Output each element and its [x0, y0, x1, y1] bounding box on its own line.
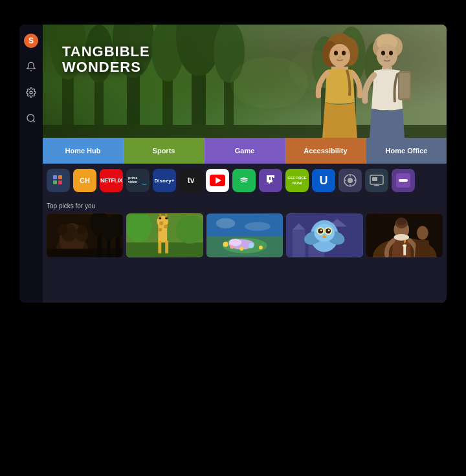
svg-point-103 [249, 243, 254, 248]
top-picks-label: Top picks for you [47, 202, 443, 210]
svg-point-0 [30, 91, 32, 94]
app-smartthings[interactable] [338, 169, 362, 192]
svg-rect-42 [399, 73, 410, 98]
svg-point-39 [386, 56, 388, 58]
apps-row: CH NETFLIX prime video Disney+ tv [43, 164, 447, 197]
svg-rect-91 [166, 241, 169, 254]
svg-point-102 [239, 247, 243, 251]
svg-line-2 [33, 120, 35, 122]
svg-rect-53 [269, 177, 271, 180]
app-netflix[interactable]: NETFLIX [100, 169, 123, 192]
svg-point-37 [381, 51, 385, 56]
hero-title: TANGBIBLE WONDERS [62, 44, 150, 75]
svg-point-38 [389, 51, 393, 56]
svg-point-93 [176, 215, 203, 243]
hero-banner: TANGBIBLE WONDERS [43, 25, 447, 138]
svg-point-84 [164, 224, 168, 228]
svg-rect-44 [58, 175, 62, 179]
sidebar: S [19, 25, 43, 303]
svg-rect-80 [126, 243, 203, 257]
pick-card-4[interactable] [286, 213, 362, 257]
app-twitch[interactable] [259, 169, 282, 192]
svg-point-133 [403, 244, 406, 247]
pick-card-3[interactable] [206, 213, 283, 257]
app-screen-mirroring[interactable] [365, 169, 388, 192]
svg-rect-62 [372, 177, 377, 181]
search-icon[interactable] [24, 111, 38, 125]
svg-point-36 [377, 44, 397, 67]
svg-point-101 [230, 245, 234, 249]
app-all-apps[interactable] [47, 169, 70, 192]
nav-tabs: Home Hub Sports Game Accessibility Home … [43, 138, 447, 164]
svg-point-131 [417, 226, 428, 240]
app-ubiquiti[interactable]: U [312, 169, 335, 192]
svg-point-116 [315, 224, 335, 242]
svg-rect-88 [160, 213, 162, 217]
svg-point-29 [342, 51, 346, 56]
svg-point-130 [394, 234, 409, 241]
svg-point-100 [223, 242, 228, 247]
app-channel[interactable]: CH [73, 169, 96, 192]
svg-point-83 [160, 221, 164, 225]
tab-game[interactable]: Game [205, 138, 285, 164]
app-spotify[interactable] [232, 169, 256, 192]
svg-point-56 [348, 178, 353, 183]
pick-card-1[interactable] [47, 213, 123, 257]
main-content: TANGBIBLE WONDERS Home Hub Sports Game A… [43, 25, 447, 303]
svg-point-71 [77, 224, 86, 235]
svg-text:video: video [128, 180, 138, 184]
svg-rect-45 [53, 180, 57, 184]
svg-point-122 [328, 230, 330, 232]
app-prime-video[interactable]: prime video [126, 169, 150, 192]
svg-rect-132 [403, 246, 406, 255]
top-picks-section: Top picks for you [43, 197, 447, 303]
svg-point-106 [245, 222, 270, 231]
app-extra[interactable] [392, 169, 415, 192]
bell-icon[interactable] [24, 60, 38, 74]
user-avatar[interactable]: S [24, 34, 38, 48]
svg-point-85 [159, 228, 162, 232]
pick-card-5[interactable] [366, 213, 443, 257]
settings-icon[interactable] [24, 85, 38, 100]
app-geforce-now[interactable]: GEFORCE NOW [285, 169, 309, 192]
app-disney-plus[interactable]: Disney+ [153, 169, 176, 192]
app-apple-tv[interactable]: tv [179, 169, 203, 192]
pick-card-2[interactable] [126, 213, 203, 257]
picks-row [47, 213, 443, 257]
svg-point-1 [27, 114, 34, 122]
svg-point-105 [216, 218, 236, 228]
tv-screen: S [19, 25, 447, 303]
svg-rect-89 [166, 213, 168, 217]
svg-point-121 [320, 230, 322, 232]
svg-rect-43 [53, 175, 57, 179]
svg-point-30 [338, 56, 341, 58]
tab-home-office[interactable]: Home Office [366, 138, 447, 164]
svg-point-99 [228, 239, 241, 246]
svg-rect-90 [159, 241, 162, 254]
tab-home-hub[interactable]: Home Hub [43, 138, 124, 164]
svg-rect-46 [58, 180, 62, 184]
svg-rect-64 [399, 179, 408, 182]
svg-point-70 [58, 224, 68, 235]
svg-point-104 [259, 246, 263, 250]
app-youtube[interactable] [206, 169, 229, 192]
svg-point-51 [238, 174, 250, 187]
svg-point-129 [396, 217, 406, 225]
svg-rect-108 [293, 230, 305, 257]
svg-text:prime: prime [128, 176, 138, 180]
tab-accessibility[interactable]: Accessibility [285, 138, 366, 164]
svg-rect-72 [47, 249, 123, 257]
svg-point-27 [329, 44, 350, 67]
svg-rect-54 [272, 177, 273, 180]
svg-point-28 [334, 51, 338, 56]
tab-sports[interactable]: Sports [124, 138, 205, 164]
